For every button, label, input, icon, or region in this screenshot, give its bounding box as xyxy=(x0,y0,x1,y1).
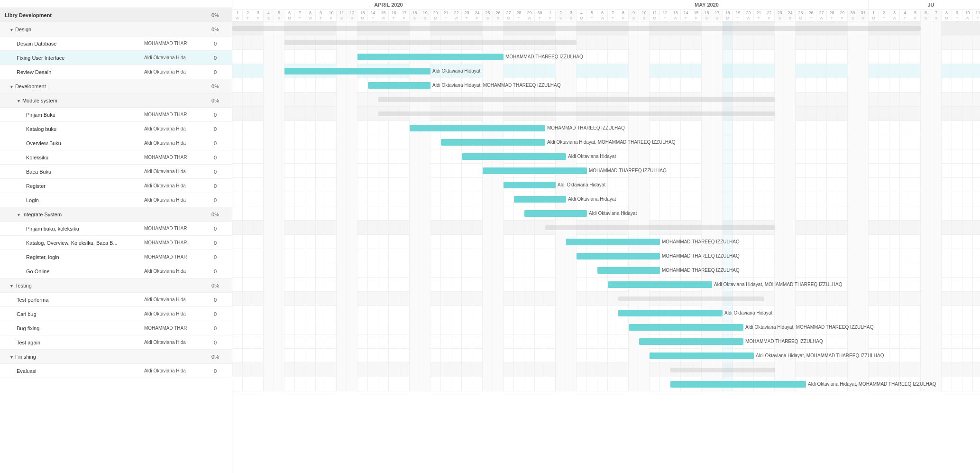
task-progress: 0 xyxy=(199,340,232,345)
task-progress: 0% xyxy=(199,27,232,32)
gantt-body: MOHAMMAD THAREEQ IZZULHAQAldi Oktaviana … xyxy=(232,21,980,473)
task-row: Go OnlineAldi Oktaviana Hida0 xyxy=(0,264,232,278)
gantt-row: Aldi Oktaviana Hidayat xyxy=(232,64,980,78)
gantt-row xyxy=(232,221,980,235)
task-row: ▼Module system0% xyxy=(0,93,232,108)
task-assigned: Aldi Oktaviana Hida xyxy=(142,297,199,302)
gantt-row: Aldi Oktaviana Hidayat xyxy=(232,192,980,206)
task-row: LoginAldi Oktaviana Hida0 xyxy=(0,193,232,207)
gantt-row: Aldi Oktaviana Hidayat, MOHAMMAD THAREEQ… xyxy=(232,278,980,292)
task-progress: 0 xyxy=(199,140,232,146)
task-progress: 0 xyxy=(199,112,232,118)
task-name: Register xyxy=(0,183,142,189)
gantt-row: Aldi Oktaviana Hidayat, MOHAMMAD THAREEQ… xyxy=(232,320,980,334)
task-progress: 0 xyxy=(199,297,232,303)
task-name: Pinjam Buku xyxy=(0,112,142,118)
task-name: Koleksiku xyxy=(0,155,142,160)
task-name: ▼Development xyxy=(0,83,142,89)
gantt-row: MOHAMMAD THAREEQ IZZULHAQ xyxy=(232,121,980,135)
task-assigned: Aldi Oktaviana Hida xyxy=(142,340,199,345)
task-progress: 0 xyxy=(199,368,232,374)
task-name: Overview Buku xyxy=(0,140,142,146)
task-assigned: Aldi Oktaviana Hida xyxy=(142,126,199,131)
task-progress: 0 xyxy=(199,226,232,232)
task-progress: 0 xyxy=(199,269,232,274)
gantt-row xyxy=(232,107,980,121)
gantt-header: APRIL 2020MAY 2020JU12345678910111213141… xyxy=(232,0,980,21)
task-row: Katalog, Overview, Koleksiku, Baca B...M… xyxy=(0,236,232,250)
task-progress: 0 xyxy=(199,55,232,61)
col-task-header xyxy=(0,0,142,8)
task-progress: 0 xyxy=(199,69,232,75)
task-progress: 0 xyxy=(199,254,232,260)
task-row: Pinjam BukuMOHAMMAD THAR0 xyxy=(0,108,232,122)
task-row: Libry Development0% xyxy=(0,8,232,22)
gantt-row xyxy=(232,292,980,306)
task-row: Katalog bukuAldi Oktaviana Hida0 xyxy=(0,122,232,136)
task-name: Cari bug xyxy=(0,311,142,317)
task-name: Evaluasi xyxy=(0,368,142,374)
task-progress: 0% xyxy=(199,98,232,103)
task-row: Overview BukuAldi Oktaviana Hida0 xyxy=(0,136,232,150)
gantt-row: MOHAMMAD THAREEQ IZZULHAQ xyxy=(232,164,980,178)
col-assigned-header xyxy=(142,0,199,8)
task-assigned: MOHAMMAD THAR xyxy=(142,155,199,160)
task-row: ▼Development0% xyxy=(0,79,232,93)
gantt-row: Aldi Oktaviana Hidayat, MOHAMMAD THAREEQ… xyxy=(232,135,980,149)
task-assigned: Aldi Oktaviana Hida xyxy=(142,140,199,146)
task-row: Register, loginMOHAMMAD THAR0 xyxy=(0,250,232,264)
task-name: Test again xyxy=(0,340,142,345)
task-name: Review Desain xyxy=(0,69,142,75)
task-name: ▼Design xyxy=(0,27,142,32)
task-row: Review DesainAldi Oktaviana Hida0 xyxy=(0,65,232,79)
task-progress: 0 xyxy=(199,41,232,46)
task-progress: 0 xyxy=(199,311,232,317)
gantt-row xyxy=(232,21,980,36)
task-assigned: Aldi Oktaviana Hida xyxy=(142,169,199,174)
task-row: ▼Design0% xyxy=(0,22,232,37)
task-assigned: Aldi Oktaviana Hida xyxy=(142,183,199,188)
task-row: Bug fixingMOHAMMAD THAR0 xyxy=(0,321,232,335)
gantt-row: Aldi Oktaviana Hidayat, MOHAMMAD THAREEQ… xyxy=(232,377,980,391)
task-name: ▼Module system xyxy=(0,98,142,103)
task-row: Pinjam buku, koleksikuMOHAMMAD THAR0 xyxy=(0,222,232,236)
task-row: Test againAldi Oktaviana Hida0 xyxy=(0,335,232,350)
task-progress: 0 xyxy=(199,325,232,331)
col-progress-header xyxy=(199,0,232,8)
task-name: ▼Testing xyxy=(0,283,142,288)
task-name: Libry Development xyxy=(0,12,142,18)
task-row: ▼Integrate System0% xyxy=(0,207,232,222)
task-progress: 0 xyxy=(199,197,232,203)
task-assigned: MOHAMMAD THAR xyxy=(142,325,199,331)
task-row: KoleksikuMOHAMMAD THAR0 xyxy=(0,150,232,165)
left-panel: Libry Development0%▼Design0%Desain Datab… xyxy=(0,0,232,473)
task-row: Cari bugAldi Oktaviana Hida0 xyxy=(0,307,232,321)
task-name: Register, login xyxy=(0,254,142,260)
task-row: RegisterAldi Oktaviana Hida0 xyxy=(0,179,232,193)
gantt-row: Aldi Oktaviana Hidayat, MOHAMMAD THAREEQ… xyxy=(232,78,980,93)
task-row: ▼Finishing0% xyxy=(0,350,232,364)
gantt-row: Aldi Oktaviana Hidayat xyxy=(232,178,980,192)
gantt-row: MOHAMMAD THAREEQ IZZULHAQ xyxy=(232,50,980,64)
task-progress: 0% xyxy=(199,212,232,217)
task-assigned: Aldi Oktaviana Hida xyxy=(142,55,199,60)
gantt-row: Aldi Oktaviana Hidayat xyxy=(232,306,980,320)
left-header xyxy=(0,0,232,8)
task-name: Fixing User Interface xyxy=(0,55,142,61)
task-row: Test performaAldi Oktaviana Hida0 xyxy=(0,293,232,307)
task-name: Desain Database xyxy=(0,41,142,46)
gantt-row: Aldi Oktaviana Hidayat xyxy=(232,149,980,164)
task-name: Bug fixing xyxy=(0,325,142,331)
task-row: EvaluasiAldi Oktaviana Hida0 xyxy=(0,364,232,378)
task-progress: 0 xyxy=(199,240,232,246)
task-name: Katalog, Overview, Koleksiku, Baca B... xyxy=(0,240,142,246)
gantt-row: MOHAMMAD THAREEQ IZZULHAQ xyxy=(232,249,980,263)
task-assigned: MOHAMMAD THAR xyxy=(142,226,199,231)
task-name: Baca Buku xyxy=(0,169,142,175)
task-progress: 0% xyxy=(199,354,232,360)
task-list: Libry Development0%▼Design0%Desain Datab… xyxy=(0,8,232,473)
gantt-panel: APRIL 2020MAY 2020JU12345678910111213141… xyxy=(232,0,980,473)
task-name: Test performa xyxy=(0,297,142,303)
task-assigned: Aldi Oktaviana Hida xyxy=(142,69,199,74)
task-row: Fixing User InterfaceAldi Oktaviana Hida… xyxy=(0,51,232,65)
